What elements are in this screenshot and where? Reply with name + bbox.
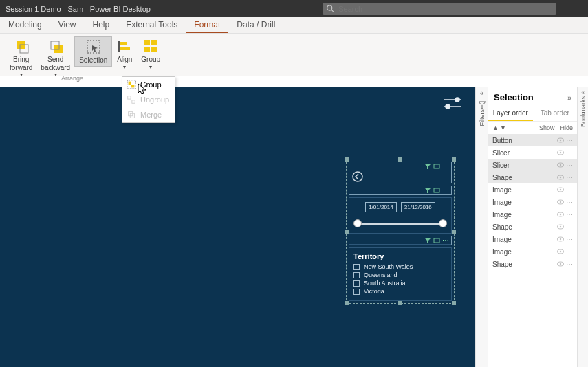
main-area: ⋯ ⋯ 1/01/2014 31/12/2016	[0, 87, 588, 367]
resize-handle[interactable]	[345, 230, 349, 234]
focus-icon[interactable]	[433, 164, 440, 169]
hide-button[interactable]: Hide	[560, 124, 573, 131]
tab-help[interactable]: Help	[85, 17, 118, 33]
filter-icon[interactable]	[424, 164, 431, 169]
more-icon[interactable]: ⋯	[442, 186, 449, 194]
more-icon[interactable]: ⋯	[566, 137, 573, 144]
report-canvas[interactable]: ⋯ ⋯ 1/01/2014 31/12/2016	[0, 87, 475, 367]
layer-order-tab[interactable]: Layer order	[488, 107, 533, 121]
checkbox[interactable]	[353, 272, 360, 278]
visibility-icon[interactable]	[557, 174, 564, 181]
resize-handle[interactable]	[452, 301, 456, 305]
filter-icon[interactable]	[424, 238, 431, 243]
visibility-icon[interactable]	[557, 248, 564, 255]
visual-placeholder[interactable]: ⋯	[349, 186, 452, 195]
visibility-icon[interactable]	[557, 149, 564, 156]
slider-thumb-left[interactable]	[353, 219, 362, 227]
layer-item[interactable]: Image⋯	[488, 184, 577, 196]
more-icon[interactable]: ⋯	[566, 223, 573, 231]
focus-icon[interactable]	[433, 188, 440, 193]
checkbox[interactable]	[353, 264, 360, 270]
territory-item[interactable]: Victoria	[353, 288, 447, 295]
move-down-icon[interactable]: ▼	[500, 124, 506, 131]
focus-icon[interactable]	[433, 238, 440, 243]
filter-icon[interactable]	[424, 188, 431, 193]
resize-handle[interactable]	[345, 301, 349, 305]
tab-modeling[interactable]: Modeling	[0, 17, 50, 33]
visibility-icon[interactable]	[557, 223, 564, 230]
more-icon[interactable]: ⋯	[442, 162, 449, 170]
visual-header-strip[interactable]: ⋯	[349, 162, 452, 184]
tab-format[interactable]: Format	[186, 17, 228, 33]
visual-placeholder[interactable]: ⋯	[349, 236, 452, 245]
territory-slicer-visual[interactable]: Territory New South Wales Queensland Sou…	[349, 247, 452, 301]
layer-item[interactable]: Image⋯	[488, 233, 577, 245]
visibility-icon[interactable]	[557, 236, 564, 243]
selection-button[interactable]: Selection	[74, 36, 112, 67]
visibility-icon[interactable]	[557, 260, 564, 267]
more-icon[interactable]: ⋯	[566, 260, 573, 268]
slider-thumb-right[interactable]	[439, 219, 447, 227]
bring-forward-button[interactable]: Bring forward▾	[6, 36, 36, 79]
visibility-icon[interactable]	[557, 211, 564, 218]
tab-order-tab[interactable]: Tab order	[533, 107, 578, 121]
more-icon[interactable]: ⋯	[442, 236, 449, 244]
more-icon[interactable]: ⋯	[566, 162, 573, 169]
tab-data-drill[interactable]: Data / Drill	[228, 17, 283, 33]
layer-item[interactable]: Image⋯	[488, 208, 577, 221]
canvas-filter-toggle[interactable]	[442, 96, 463, 111]
resize-handle[interactable]	[398, 301, 402, 305]
date-slicer-visual[interactable]: 1/01/2014 31/12/2016	[349, 197, 452, 234]
layer-item[interactable]: Shape⋯	[488, 258, 577, 270]
search-box[interactable]	[323, 3, 556, 15]
layer-item[interactable]: Image⋯	[488, 196, 577, 208]
layer-item[interactable]: Slicer⋯	[488, 146, 577, 159]
visibility-icon[interactable]	[557, 162, 564, 168]
tab-view[interactable]: View	[50, 17, 85, 33]
resize-handle[interactable]	[452, 230, 456, 234]
more-icon[interactable]: ⋯	[566, 149, 573, 157]
resize-handle[interactable]	[452, 157, 456, 162]
chevron-left-icon[interactable]: «	[581, 89, 585, 96]
resize-handle[interactable]	[345, 157, 349, 162]
collapse-pane-icon[interactable]: »	[567, 93, 571, 102]
tab-external-tools[interactable]: External Tools	[118, 17, 186, 33]
svg-rect-27	[434, 188, 439, 192]
bookmarks-pane-collapsed[interactable]: « Bookmarks	[577, 87, 588, 367]
send-backward-button[interactable]: Send backward▾	[36, 36, 74, 79]
align-button[interactable]: Align▾	[112, 36, 137, 71]
layer-item[interactable]: Image⋯	[488, 245, 577, 258]
selected-visuals-group[interactable]: ⋯ ⋯ 1/01/2014 31/12/2016	[346, 159, 455, 304]
more-icon[interactable]: ⋯	[566, 211, 573, 219]
checkbox[interactable]	[353, 280, 360, 287]
more-icon[interactable]: ⋯	[566, 199, 573, 206]
more-icon[interactable]: ⋯	[566, 236, 573, 243]
date-from-box[interactable]: 1/01/2014	[365, 202, 397, 212]
more-icon[interactable]: ⋯	[566, 174, 573, 181]
menu-group[interactable]: Group	[122, 77, 175, 92]
visibility-icon[interactable]	[557, 199, 564, 205]
more-icon[interactable]: ⋯	[566, 186, 573, 194]
bookmarks-label: Bookmarks	[580, 96, 587, 127]
date-range-slider[interactable]	[355, 218, 446, 229]
visibility-icon[interactable]	[557, 186, 564, 193]
layer-item[interactable]: Slicer⋯	[488, 159, 577, 171]
territory-item[interactable]: New South Wales	[353, 263, 447, 270]
more-icon[interactable]: ⋯	[566, 248, 573, 256]
resize-handle[interactable]	[398, 157, 402, 162]
group-button[interactable]: Group▾	[137, 36, 164, 71]
chevron-left-icon[interactable]: «	[480, 89, 484, 97]
move-up-icon[interactable]: ▲	[492, 124, 499, 131]
layer-item[interactable]: Button⋯	[488, 134, 577, 146]
layer-item[interactable]: Shape⋯	[488, 221, 577, 233]
territory-item[interactable]: South Australia	[353, 280, 447, 287]
checkbox[interactable]	[353, 289, 360, 295]
search-input[interactable]	[338, 5, 552, 13]
visibility-icon[interactable]	[557, 137, 564, 144]
date-to-box[interactable]: 31/12/2016	[401, 202, 435, 212]
layer-item[interactable]: Shape⋯	[488, 171, 577, 184]
filters-pane-collapsed[interactable]: « Filters	[475, 87, 488, 367]
show-button[interactable]: Show	[539, 124, 555, 131]
territory-item[interactable]: Queensland	[353, 271, 447, 278]
back-arrow-icon[interactable]	[352, 171, 363, 182]
